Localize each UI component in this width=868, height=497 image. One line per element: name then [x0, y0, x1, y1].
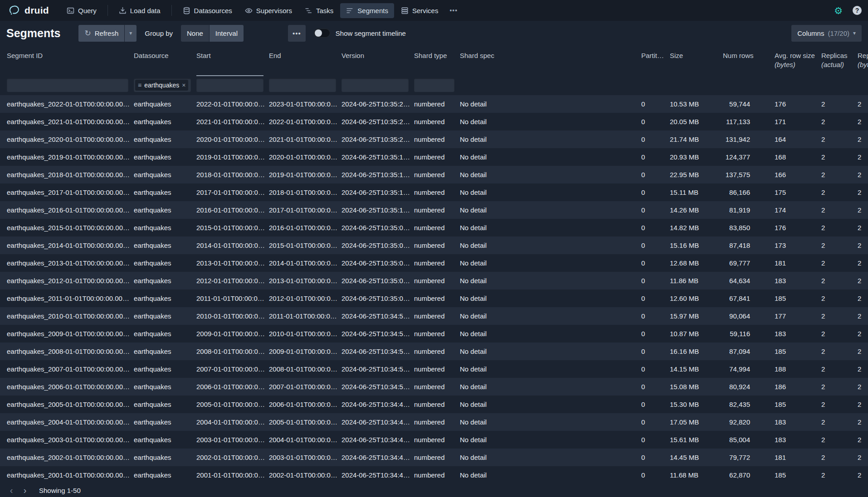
cell-segment-id: earthquakes_2007-01-01T00:00:00.00… — [7, 360, 134, 378]
filter-input-end[interactable] — [269, 78, 336, 92]
nav-item-supervisors[interactable]: Supervisors — [239, 3, 298, 18]
cell-version: 2024-06-25T10:34:5… — [341, 343, 414, 360]
column-label: Shard type — [414, 52, 454, 59]
cell-avg-row-size: 183 — [775, 325, 821, 343]
cell-end: 2017-01-01T00:00:0… — [269, 201, 341, 219]
cell-shard-spec: No detail — [460, 254, 641, 272]
cell-replicas: 2 — [821, 360, 858, 378]
table-row: earthquakes_2018-01-01T00:00:00.00…earth… — [0, 166, 868, 183]
cell-size: 10.87 MB — [670, 325, 723, 343]
cell-replicated-size: 2 — [858, 378, 868, 396]
column-header-avg-row-size[interactable]: Avg. row size(bytes) — [775, 45, 821, 76]
cell-version: 2024-06-25T10:35:1… — [341, 148, 414, 166]
remove-filter-button[interactable]: × — [182, 82, 185, 89]
column-header-end[interactable]: End — [269, 45, 341, 76]
cell-start: 2022-01-01T00:00:0… — [196, 95, 269, 113]
chevron-left-icon: ‹ — [10, 485, 13, 496]
cell-replicated-size: 2 — [858, 236, 868, 254]
cell-replicas: 2 — [821, 378, 858, 396]
more-options-button[interactable]: ••• — [288, 25, 306, 42]
filter-input-version[interactable] — [341, 78, 409, 92]
cell-replicas: 2 — [821, 431, 858, 449]
next-page-button[interactable]: › — [18, 485, 32, 497]
column-header-replicated-size[interactable]: Replicated size(bytes) — [858, 45, 868, 76]
console-icon — [67, 7, 74, 14]
cell-shard-spec: No detail — [460, 413, 641, 431]
cell-avg-row-size: 164 — [775, 130, 821, 148]
cell-shard-spec: No detail — [460, 290, 641, 307]
table-row: earthquakes_2021-01-01T00:00:00.00…earth… — [0, 113, 868, 130]
nav-item-tasks[interactable]: Tasks — [299, 3, 339, 18]
filter-cell-end — [269, 78, 341, 95]
cell-segment-id: earthquakes_2012-01-01T00:00:00.00… — [7, 272, 134, 290]
column-label: Size — [670, 52, 717, 59]
cell-shard-spec: No detail — [460, 449, 641, 466]
refresh-caret-button[interactable]: ▾ — [125, 25, 137, 42]
cell-num-rows: 59,116 — [723, 325, 775, 343]
datasource-filter-input[interactable]: ≡earthquakes× — [134, 78, 191, 92]
filter-input-start[interactable] — [196, 78, 263, 92]
nav-item-query[interactable]: Query — [61, 3, 102, 18]
database-icon — [183, 7, 190, 14]
prev-page-button[interactable]: ‹ — [5, 485, 18, 497]
cell-partition: 0 — [641, 449, 670, 466]
nav-item-load-data[interactable]: Load data — [113, 3, 166, 18]
cell-start: 2015-01-01T00:00:0… — [196, 219, 269, 236]
column-header-datasource[interactable]: Datasource — [134, 45, 196, 76]
cell-partition: 0 — [641, 95, 670, 113]
cell-shard-type: numbered — [414, 183, 460, 201]
toggle-track[interactable] — [314, 29, 330, 38]
column-header-start[interactable]: Start — [196, 45, 269, 76]
table-row: earthquakes_2001-01-01T00:00:00.00…earth… — [0, 466, 868, 484]
table-row: earthquakes_2010-01-01T00:00:00.00…earth… — [0, 307, 868, 325]
cell-version: 2024-06-25T10:34:4… — [341, 431, 414, 449]
column-header-partition[interactable]: Partition — [641, 45, 670, 76]
column-header-segment-id[interactable]: Segment ID — [7, 45, 134, 76]
cell-version: 2024-06-25T10:35:1… — [341, 201, 414, 219]
column-header-version[interactable]: Version — [341, 45, 414, 76]
refresh-icon: ↻ — [84, 29, 91, 37]
segment-timeline-toggle[interactable]: Show segment timeline — [314, 29, 406, 38]
column-header-shard-type[interactable]: Shard type — [414, 45, 460, 76]
cell-segment-id: earthquakes_2020-01-01T00:00:00.00… — [7, 130, 134, 148]
columns-count: (17/20) — [828, 29, 849, 37]
column-label: Partition — [641, 52, 664, 59]
group-by-none-button[interactable]: None — [181, 25, 209, 42]
settings-gear-icon[interactable]: ⚙ — [831, 5, 845, 16]
nav-item-segments[interactable]: Segments — [340, 3, 394, 18]
cell-start: 2021-01-01T00:00:0… — [196, 113, 269, 130]
help-icon[interactable]: ? — [853, 6, 862, 15]
cell-end: 2023-01-01T00:00:0… — [269, 95, 341, 113]
nav-item-services[interactable]: Services — [395, 3, 444, 18]
column-header-shard-spec[interactable]: Shard spec — [460, 45, 641, 76]
cell-replicated-size: 2 — [858, 360, 868, 378]
refresh-button[interactable]: ↻ Refresh — [78, 25, 124, 42]
columns-button[interactable]: Columns (17/20) ▾ — [791, 25, 862, 42]
cell-replicated-size: 2 — [858, 219, 868, 236]
column-header-size[interactable]: Size — [670, 45, 723, 76]
druid-logo[interactable]: druid — [8, 4, 49, 18]
cell-start: 2011-01-01T00:00:0… — [196, 290, 269, 307]
cell-partition: 0 — [641, 378, 670, 396]
group-by-interval-button[interactable]: Interval — [210, 25, 244, 42]
cell-replicated-size: 2 — [858, 343, 868, 360]
filter-input-segment-id[interactable] — [7, 78, 128, 92]
column-header-num-rows[interactable]: Num rows — [723, 45, 775, 76]
cell-segment-id: earthquakes_2018-01-01T00:00:00.00… — [7, 166, 134, 183]
column-header-replicas[interactable]: Replicas(actual) — [821, 45, 858, 76]
table-row: earthquakes_2020-01-01T00:00:00.00…earth… — [0, 130, 868, 148]
table-row: earthquakes_2019-01-01T00:00:00.00…earth… — [0, 148, 868, 166]
nav-more-button[interactable]: ••• — [445, 3, 462, 18]
cell-datasource: earthquakes — [134, 95, 196, 113]
table-row: earthquakes_2009-01-01T00:00:00.00…earth… — [0, 325, 868, 343]
column-label: Datasource — [134, 52, 191, 59]
cell-avg-row-size: 181 — [775, 254, 821, 272]
cell-datasource: earthquakes — [134, 431, 196, 449]
cell-datasource: earthquakes — [134, 325, 196, 343]
cell-replicas: 2 — [821, 130, 858, 148]
filter-input-shard-type[interactable] — [414, 78, 454, 92]
cell-shard-type: numbered — [414, 272, 460, 290]
cell-avg-row-size: 176 — [775, 219, 821, 236]
nav-item-datasources[interactable]: Datasources — [177, 3, 238, 18]
cell-shard-type: numbered — [414, 360, 460, 378]
